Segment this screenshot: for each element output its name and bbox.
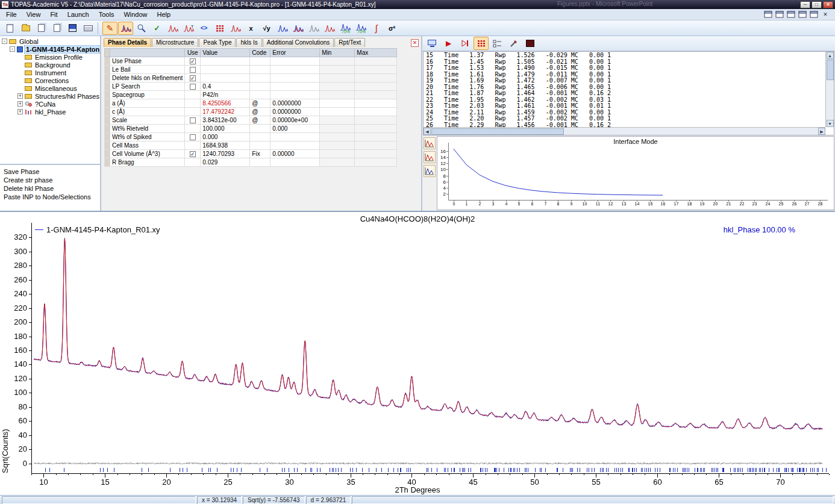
run-button[interactable]: ▶ <box>441 37 456 50</box>
tab-additional-convolutions[interactable]: Additional Convolutions <box>263 38 334 47</box>
menu-launch[interactable]: Launch <box>63 10 94 19</box>
maximize-button[interactable]: □ <box>812 1 822 8</box>
peaks-blue-icon[interactable] <box>275 22 290 35</box>
value-cell[interactable]: 1240.70293 <box>201 150 250 158</box>
tree-item-cuna[interactable]: +?CuNa <box>0 100 100 108</box>
value-cell[interactable]: 0.000 <box>201 133 250 142</box>
convergence-canvas[interactable] <box>437 137 833 208</box>
min-cell[interactable] <box>320 142 355 150</box>
value-cell[interactable]: 8.4250566 <box>201 99 250 108</box>
sigma2-icon[interactable]: σ² <box>384 22 399 35</box>
hscroll-thumb[interactable] <box>431 128 564 135</box>
grid-values-icon[interactable] <box>212 22 227 35</box>
fit-pen-icon[interactable]: ✎ <box>102 22 117 35</box>
value-cell[interactable]: P42/n <box>201 91 250 99</box>
min-cell[interactable] <box>320 82 355 91</box>
error-cell[interactable]: 0.000 <box>271 125 320 133</box>
tile-windows-icon[interactable] <box>786 8 796 21</box>
code-cell[interactable] <box>250 91 271 99</box>
code-cell[interactable]: Fix <box>250 150 271 158</box>
min-cell[interactable] <box>320 150 355 158</box>
print-icon[interactable] <box>81 22 96 35</box>
convergence-mode-icon[interactable] <box>424 165 436 177</box>
max-cell[interactable] <box>355 158 397 167</box>
pick-values-icon[interactable] <box>506 37 521 50</box>
max-cell[interactable] <box>355 91 397 99</box>
peaks-tall-icon[interactable] <box>228 22 243 35</box>
log-vertical-scrollbar[interactable]: ▲ ▼ <box>825 52 834 127</box>
max-cell[interactable] <box>355 108 397 116</box>
zoom-70pct-icon[interactable]: 70% <box>337 22 352 35</box>
value-cell[interactable]: 17.4792242 <box>201 108 250 116</box>
max-cell[interactable] <box>355 82 397 91</box>
max-cell[interactable] <box>355 116 397 125</box>
zoom-peaks-icon[interactable] <box>134 22 149 35</box>
code-cell[interactable] <box>250 66 271 74</box>
menu-tools[interactable]: Tools <box>94 10 119 19</box>
code-cell[interactable] <box>250 142 271 150</box>
action-delete-hkl-phase[interactable]: Delete hkl Phase <box>1 184 99 193</box>
grid-values-icon[interactable] <box>474 37 489 50</box>
minimize-button[interactable]: ─ <box>800 1 810 8</box>
x-axis-mode-icon[interactable]: x <box>243 22 258 35</box>
peaks-outline-icon[interactable] <box>322 22 337 35</box>
error-cell[interactable]: 0.0000000 <box>271 99 320 108</box>
use-checkbox[interactable] <box>190 134 196 140</box>
min-cell[interactable] <box>320 74 355 82</box>
scroll-thumb[interactable] <box>827 60 834 80</box>
save-icon[interactable] <box>65 22 80 35</box>
tree-item-hkl-phase[interactable]: +hkl_Phase <box>0 108 100 116</box>
expand-icon[interactable]: + <box>17 93 23 99</box>
menu-view[interactable]: View <box>22 10 46 19</box>
scroll-down-icon[interactable]: ▼ <box>827 120 834 127</box>
min-cell[interactable] <box>320 66 355 74</box>
tab-rpt-text[interactable]: Rpt/Text <box>334 38 365 47</box>
tab-peak-type[interactable]: Peak Type <box>199 38 236 47</box>
max-cell[interactable] <box>355 99 397 108</box>
menu-help[interactable]: Help <box>152 10 176 19</box>
tab-phase-details[interactable]: Phase Details <box>104 38 151 47</box>
stop-dark-icon[interactable] <box>522 37 537 50</box>
tree-item-miscellaneous[interactable]: Miscellaneous <box>0 84 100 92</box>
integral-icon[interactable]: ∫ <box>369 22 384 35</box>
peaks-overlay-icon[interactable] <box>290 22 305 35</box>
value-cell[interactable]: 0.4 <box>201 82 250 91</box>
cascade-windows-icon[interactable] <box>775 8 784 21</box>
toggle-view-icon[interactable] <box>809 8 819 21</box>
action-save-phase[interactable]: Save Phase <box>1 167 99 176</box>
tree-item-instrument[interactable]: Instrument <box>0 69 100 76</box>
error-cell[interactable] <box>271 82 320 91</box>
error-cell[interactable]: 0.00000e+00 <box>271 116 320 125</box>
convergence-rwp-icon[interactable] <box>424 137 436 149</box>
tree-item-1-gnm-4145-p4-kapton-r01-xy[interactable]: -1-GNM-4145-P4-Kapton_R01.xy <box>0 45 100 53</box>
error-cell[interactable] <box>271 74 320 82</box>
error-cell[interactable] <box>271 133 320 142</box>
interface-mode-icon[interactable] <box>425 37 440 50</box>
max-cell[interactable] <box>355 133 397 142</box>
scroll-left-icon[interactable]: ◀ <box>424 128 431 135</box>
action-paste-inp-to-node-selections[interactable]: Paste INP to Node/Selections <box>1 193 99 201</box>
run-refinement-icon[interactable] <box>118 22 133 35</box>
hkl-check-icon[interactable]: ✓ <box>149 22 164 35</box>
new-window-icon[interactable] <box>763 8 773 21</box>
menu-window[interactable]: Window <box>119 10 152 19</box>
max-cell[interactable] <box>355 142 397 150</box>
min-cell[interactable] <box>320 125 355 133</box>
convergence-cycle-icon[interactable] <box>424 151 436 163</box>
action-create-str-phase[interactable]: Create str phase <box>1 176 99 184</box>
error-cell[interactable] <box>271 91 320 99</box>
step-button[interactable] <box>457 37 472 50</box>
panel-close-icon[interactable]: ✕ <box>411 39 419 47</box>
export-file-icon[interactable] <box>49 22 64 35</box>
scroll-up-icon[interactable]: ▲ <box>827 52 834 59</box>
min-cell[interactable] <box>320 158 355 167</box>
menu-file[interactable]: File <box>1 10 22 19</box>
use-checkbox[interactable] <box>190 84 196 90</box>
error-cell[interactable] <box>271 57 320 66</box>
error-cell[interactable]: 0.0000000 <box>271 108 320 116</box>
use-checkbox[interactable]: ✓ <box>190 75 196 81</box>
code-cell[interactable] <box>250 82 271 91</box>
use-checkbox[interactable] <box>190 67 196 73</box>
expand-icon[interactable]: + <box>17 101 23 107</box>
expand-icon[interactable]: + <box>17 109 23 114</box>
